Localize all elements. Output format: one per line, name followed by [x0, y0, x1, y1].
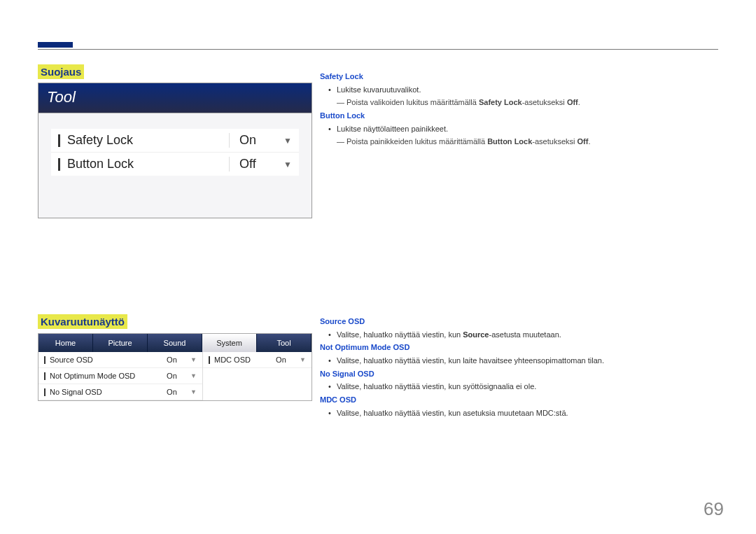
head-button-lock: Button Lock	[320, 109, 712, 122]
bullet-text: Valitse, haluatko näyttää viestin, kun s…	[320, 380, 712, 393]
page-number: 69	[704, 498, 724, 520]
head-source-osd: Source OSD	[320, 315, 712, 328]
bullet-text: Valitse, haluatko näyttää viestin, kun a…	[320, 407, 712, 420]
note-bold: Off	[567, 98, 578, 106]
tab-sound[interactable]: Sound	[148, 334, 202, 352]
chevron-down-icon: ▼	[284, 136, 292, 146]
chevron-down-icon: ▼	[190, 372, 197, 379]
tool-panel-header: Tool	[38, 83, 312, 113]
tool-dropdown-safety-lock[interactable]: On ▼	[229, 133, 292, 148]
osd-label: MDC OSD	[214, 356, 276, 364]
note-mid: -asetukseksi	[522, 98, 567, 106]
description-block-suojaus: Safety Lock Lukitse kuvaruutuvalikot. ―P…	[320, 70, 712, 148]
osd-value: On	[276, 356, 300, 364]
tool-row-safety-lock[interactable]: Safety Lock On ▼	[51, 129, 299, 153]
head-not-optimum: Not Optimum Mode OSD	[320, 341, 712, 354]
osd-right-column: MDC OSD On ▼	[202, 352, 312, 400]
tool-row-button-lock[interactable]: Button Lock Off ▼	[51, 153, 299, 176]
osd-row-not-optimum[interactable]: Not Optimum Mode OSD On ▼	[38, 368, 202, 384]
bullet-icon	[44, 356, 46, 364]
section-title-suojaus: Suojaus	[38, 64, 84, 79]
head-no-signal: No Signal OSD	[320, 367, 712, 381]
osd-body: Source OSD On ▼ Not Optimum Mode OSD On …	[38, 352, 312, 400]
note-pre: Poista painikkeiden lukitus määrittämäll…	[346, 137, 487, 146]
tab-system[interactable]: System	[202, 334, 257, 352]
chevron-down-icon: ▼	[284, 160, 292, 169]
chevron-down-icon: ▼	[300, 356, 306, 363]
text-bold: Source	[463, 330, 489, 339]
tab-picture[interactable]: Picture	[93, 334, 148, 352]
bullet-text: Lukitse kuvaruutuvalikot.	[320, 83, 712, 97]
tool-panel: Tool Safety Lock On ▼ Button Lock Off ▼	[38, 83, 312, 218]
osd-value: On	[167, 356, 190, 364]
bullet-icon	[44, 372, 46, 380]
tool-value: Off	[239, 157, 284, 171]
note-mid: -asetukseksi	[532, 137, 577, 146]
bullet-icon	[209, 356, 210, 364]
section-title-kuvaruutu: Kuvaruutunäyttö	[38, 314, 127, 329]
note-bold: Off	[578, 137, 589, 146]
dash-icon: ―	[337, 135, 346, 148]
note-bold: Button Lock	[487, 137, 532, 146]
osd-tabs: Home Picture Sound System Tool	[38, 334, 312, 352]
head-safety-lock: Safety Lock	[320, 70, 712, 83]
note-bold: Safety Lock	[479, 98, 522, 106]
tool-dropdown-button-lock[interactable]: Off ▼	[229, 157, 292, 171]
note-pre: Poista valikoiden lukitus määrittämällä	[346, 98, 479, 106]
bullet-icon	[58, 134, 60, 147]
note-end: .	[588, 137, 590, 146]
osd-left-column: Source OSD On ▼ Not Optimum Mode OSD On …	[38, 352, 202, 400]
header-rule	[38, 49, 718, 50]
chevron-down-icon: ▼	[190, 388, 197, 395]
bullet-icon	[58, 158, 60, 171]
osd-row-no-signal[interactable]: No Signal OSD On ▼	[38, 384, 202, 400]
bullet-text: Valitse, haluatko näyttää viestin, kun l…	[320, 354, 712, 367]
tool-panel-body: Safety Lock On ▼ Button Lock Off ▼	[38, 113, 312, 218]
osd-label: Not Optimum Mode OSD	[50, 372, 167, 380]
note-text: ―Poista painikkeiden lukitus määrittämäl…	[320, 135, 712, 148]
osd-label: No Signal OSD	[50, 388, 167, 396]
osd-label: Source OSD	[50, 356, 167, 364]
tool-label: Safety Lock	[67, 133, 229, 148]
header-accent-bar	[38, 42, 73, 48]
osd-value: On	[167, 372, 190, 380]
tool-label: Button Lock	[67, 157, 229, 171]
osd-value: On	[167, 388, 190, 396]
text-pre: Valitse, haluatko näyttää viestin, kun	[337, 330, 463, 339]
head-mdc-osd: MDC OSD	[320, 393, 712, 407]
osd-panel: Home Picture Sound System Tool Source OS…	[38, 333, 312, 401]
note-text: ―Poista valikoiden lukitus määrittämällä…	[320, 96, 712, 109]
osd-row-mdc[interactable]: MDC OSD On ▼	[203, 352, 312, 368]
text-post: -asetusta muutetaan.	[489, 330, 561, 339]
tab-home[interactable]: Home	[38, 334, 93, 352]
chevron-down-icon: ▼	[190, 356, 197, 363]
bullet-text: Lukitse näyttölaitteen painikkeet.	[320, 122, 712, 136]
tool-value: On	[239, 133, 284, 148]
dash-icon: ―	[337, 96, 346, 109]
osd-row-source[interactable]: Source OSD On ▼	[38, 352, 202, 368]
bullet-icon	[44, 388, 46, 396]
tab-tool[interactable]: Tool	[257, 334, 312, 352]
description-block-kuvaruutu: Source OSD Valitse, haluatko näyttää vie…	[320, 315, 712, 420]
note-end: .	[578, 98, 580, 106]
bullet-text: Valitse, haluatko näyttää viestin, kun S…	[320, 328, 712, 342]
